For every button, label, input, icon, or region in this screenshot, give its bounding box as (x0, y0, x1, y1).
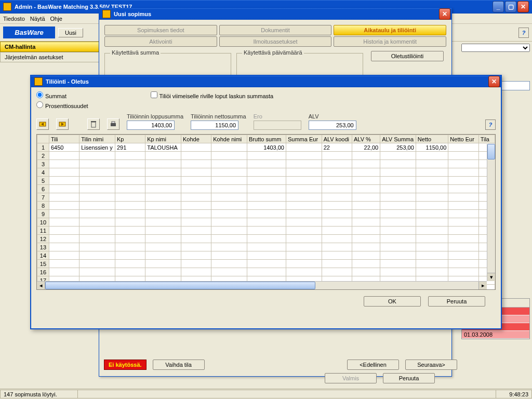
table-row[interactable]: 9 (37, 210, 495, 218)
grid-vscrollbar[interactable]: ▾ (487, 144, 495, 281)
posting-grid[interactable]: TiliTilin nimiKpKp nimiKohdeKohde nimiBr… (36, 134, 496, 290)
tab-dokumentit[interactable]: Dokumentit (219, 25, 332, 35)
brand-logo: BasWare (3, 26, 55, 38)
minimize-button[interactable]: _ (493, 1, 504, 12)
vaihda-tila-button[interactable]: Vaihda tila (153, 360, 205, 370)
menu-nayta[interactable]: Näytä (30, 16, 45, 22)
seuraava-button[interactable]: Seuraava> (405, 360, 457, 370)
table-row[interactable]: 13 (37, 243, 495, 251)
subwin-close-button[interactable]: ✕ (439, 8, 450, 20)
table-row[interactable]: 10 (37, 218, 495, 227)
menu-tiedosto[interactable]: Tiedosto (3, 16, 25, 22)
table-row[interactable]: 16 (37, 268, 495, 276)
hscroll-right-icon[interactable]: ▸ (478, 282, 487, 289)
hscroll-thumb[interactable] (45, 282, 315, 289)
table-row[interactable]: 11 (37, 227, 495, 235)
input-netto[interactable] (191, 121, 238, 130)
uusi-button[interactable]: Uusi (58, 28, 83, 37)
table-row[interactable]: 8 (37, 202, 495, 210)
tab-sopimuksen-tiedot[interactable]: Sopimuksen tiedot (104, 25, 217, 35)
chk-lastrow[interactable]: Tiliöi viimeiselle riville loput laskun … (151, 91, 274, 99)
modal-cancel-button[interactable]: Peruuta (428, 296, 485, 307)
tilionti-modal: Tiliöinti - Oletus ✕ Summat Prosenttiosu… (30, 75, 502, 329)
grid-col-header[interactable]: ALV % (352, 135, 380, 143)
nav-first-icon[interactable] (36, 118, 49, 130)
label-alv: ALV (309, 113, 319, 119)
close-button[interactable]: ✕ (517, 1, 529, 12)
tab-aktivointi[interactable]: Aktivointi (104, 36, 217, 47)
table-row[interactable]: 3 (37, 160, 495, 168)
vscroll-thumb[interactable] (487, 144, 495, 159)
vscroll-down-icon[interactable]: ▾ (487, 273, 495, 281)
grid-col-header[interactable]: Netto (416, 135, 448, 143)
grid-col-header[interactable]: Summa Eur (286, 135, 322, 143)
grid-col-header[interactable]: Tila (478, 135, 495, 143)
svg-rect-3 (91, 121, 96, 122)
grid-col-header[interactable]: Brutto summ (247, 135, 286, 143)
right-combo[interactable] (461, 44, 530, 52)
totals-row: Tiliöinnin loppusumma Tiliöinnin nettosu… (36, 113, 496, 130)
modal-help-icon[interactable]: ? (485, 119, 496, 130)
window-controls: _ ▢ ✕ (493, 1, 532, 12)
subwin-titlebar: Uusi sopimus ✕ (99, 8, 451, 20)
subwin-bottom-buttons-2: Valmis Peruuta (325, 373, 435, 383)
subwin-bottom-buttons: Ei käytössä. Vaihda tila <Edellinen Seur… (104, 360, 457, 370)
tab-historia[interactable]: Historia ja kommentit (334, 36, 446, 47)
edellinen-button[interactable]: <Edellinen (347, 360, 399, 370)
grid-col-header[interactable]: Kp nimi (145, 135, 181, 143)
menu-ohje[interactable]: Ohje (50, 16, 62, 22)
grid-col-header[interactable]: ALV Summa (380, 135, 416, 143)
table-row[interactable]: 4 (37, 168, 495, 177)
help-icon[interactable]: ? (518, 28, 529, 38)
grid-col-header[interactable]: Tili (49, 135, 79, 143)
table-row[interactable]: 15 (37, 260, 495, 268)
grid-col-header[interactable]: Netto Eur (448, 135, 478, 143)
ok-button[interactable]: OK (364, 296, 421, 307)
tab-ilmoitus[interactable]: Ilmoitusasetukset (219, 36, 332, 47)
svg-rect-4 (111, 123, 116, 126)
peruuta-button[interactable]: Peruuta (383, 373, 435, 383)
grid-col-header[interactable]: ALV koodi (322, 135, 352, 143)
input-alv[interactable] (309, 121, 356, 130)
table-row[interactable]: 12 (37, 235, 495, 243)
table-row[interactable]: 16450Lisenssien y291TALOUSHA1403,002222,… (37, 143, 495, 152)
oletustiliöinti-button[interactable]: Oletustiliöinti (371, 51, 444, 61)
grid-col-header[interactable]: Kohde nimi (211, 135, 247, 143)
modal-close-button[interactable]: ✕ (488, 76, 500, 87)
print-icon[interactable] (107, 118, 119, 130)
grid-hscrollbar[interactable]: ◂ ▸ (37, 281, 487, 289)
table-row[interactable]: 5 (37, 177, 495, 185)
nav-next-icon[interactable] (56, 118, 69, 130)
date-row[interactable]: 01.03.2008 (462, 331, 529, 339)
radio-prosentti[interactable]: Prosenttiosuudet (36, 101, 88, 109)
app-icon (3, 3, 11, 11)
grid-col-header[interactable]: Kp (115, 135, 145, 143)
tab-aikataulu[interactable]: Aikataulu ja tiliöinti (334, 25, 446, 35)
total-loppusumma: Tiliöinnin loppusumma (127, 113, 183, 130)
total-alv: ALV (309, 113, 356, 130)
svg-rect-5 (112, 122, 115, 123)
total-ero: Ero (254, 113, 301, 130)
table-row[interactable]: 7 (37, 193, 495, 202)
delete-icon[interactable] (87, 118, 100, 130)
table-row[interactable]: 14 (37, 251, 495, 260)
grid-col-header[interactable]: Tilin nimi (79, 135, 115, 143)
radio-summat[interactable]: Summat (36, 91, 88, 99)
valmis-button[interactable]: Valmis (325, 373, 377, 383)
subwin-tabs-row1: Sopimuksen tiedot Dokumentit Aikataulu j… (104, 25, 446, 35)
hscroll-left-icon[interactable]: ◂ (37, 282, 45, 289)
status-time: 9:48:23 (496, 390, 532, 398)
status-left: 147 sopimusta löytyi. (0, 390, 78, 398)
grid-table[interactable]: TiliTilin nimiKpKp nimiKohdeKohde nimiBr… (37, 135, 495, 290)
sidebar: CM-hallinta Järjestelmän asetukset (0, 42, 101, 62)
maximize-button[interactable]: ▢ (505, 1, 516, 12)
modal-icon (34, 77, 43, 86)
total-netto: Tiliöinnin nettosumma (191, 113, 246, 130)
grid-col-header[interactable]: Kohde (181, 135, 211, 143)
sidebar-tab-settings[interactable]: Järjestelmän asetukset (0, 52, 101, 62)
table-row[interactable]: 2 (37, 152, 495, 160)
state-button-red[interactable]: Ei käytössä. (104, 360, 147, 370)
table-row[interactable]: 6 (37, 185, 495, 193)
sidebar-tab-cm[interactable]: CM-hallinta (0, 42, 101, 52)
input-loppu[interactable] (127, 121, 175, 130)
